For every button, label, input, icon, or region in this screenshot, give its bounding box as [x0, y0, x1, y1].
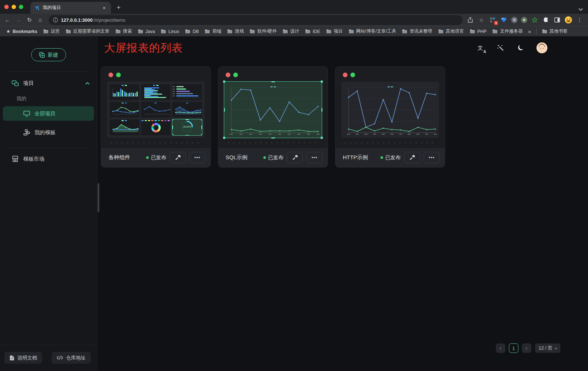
bookmark-folder-item[interactable]: 项目 — [324, 27, 345, 36]
home-icon[interactable]: ⌂ — [36, 15, 45, 25]
minimize-window-button[interactable] — [12, 5, 16, 9]
sidebar-divider — [6, 148, 91, 148]
new-tab-button[interactable]: + — [114, 3, 123, 12]
sidebar-item-all-projects[interactable]: 全部项目 — [3, 106, 94, 121]
bookmark-folder-label: Java — [145, 29, 155, 34]
browser-window: 我的项目 × + ← → ↻ ⌂ 127.0.0.1:3000 /#/proje… — [0, 0, 588, 36]
page-title: 大屏报表的列表 — [104, 41, 476, 55]
forward-icon[interactable]: → — [14, 15, 23, 25]
selection-handle[interactable] — [172, 125, 173, 129]
extension-blocks-icon[interactable]: 9 — [489, 16, 497, 24]
more-options-button[interactable]: ••• — [189, 152, 205, 163]
bookmark-folder-item[interactable]: 游戏 — [225, 27, 246, 36]
selection-handle[interactable] — [271, 137, 275, 139]
zoom-window-button[interactable] — [19, 5, 23, 9]
bookmarks-root[interactable]: ★ Bookmarks — [4, 28, 40, 35]
current-page-button[interactable]: 1 — [509, 343, 518, 353]
scrollbar-thumb[interactable] — [98, 183, 99, 212]
side-panel-icon[interactable] — [553, 16, 561, 24]
project-card[interactable]: HTTP示例 已发布 ••• — [335, 66, 445, 168]
selection-handle[interactable] — [321, 81, 323, 83]
repo-button[interactable]: 仓库地址 — [52, 352, 91, 364]
selection-handle[interactable] — [201, 119, 202, 120]
bookmark-folder-label: 网站/博客/文章/工具 — [356, 28, 396, 34]
share-icon[interactable] — [466, 16, 474, 24]
bookmark-folder-item[interactable]: 搜索 — [113, 27, 135, 36]
sidebar-section-projects[interactable]: 项目 — [0, 72, 97, 87]
extensions-puzzle-icon[interactable] — [542, 16, 550, 24]
dotted-separator — [108, 142, 203, 143]
recorder-extension-icon[interactable] — [521, 17, 527, 23]
tab-close-icon[interactable]: × — [101, 5, 107, 11]
selection-handle[interactable] — [223, 137, 225, 139]
selection-handle[interactable] — [223, 81, 225, 83]
selection-handle[interactable] — [201, 125, 202, 129]
bookmark-folder-item[interactable]: IDE — [303, 27, 323, 36]
sidebar-item-template-market[interactable]: 模板市场 — [3, 152, 94, 166]
bookmark-folder-item[interactable]: 前端 — [202, 27, 224, 36]
chevron-up-icon[interactable] — [85, 82, 90, 85]
command-extension-icon[interactable]: ⌘ — [511, 17, 518, 23]
bookmark-folder-item[interactable]: Linux — [158, 27, 182, 36]
bookmark-folder-item[interactable]: DB — [182, 27, 201, 36]
page-size-select[interactable]: 12 / 页 ▾ — [535, 343, 560, 353]
green-star-extension-icon[interactable] — [531, 16, 539, 24]
dark-mode-moon-icon[interactable] — [516, 43, 526, 53]
bookmark-star-icon[interactable]: ☆ — [477, 16, 485, 24]
project-card[interactable]: 25.00% 各种组件 已发布 ••• — [101, 66, 211, 168]
close-window-button[interactable] — [4, 5, 9, 9]
site-info-icon[interactable] — [53, 17, 58, 22]
next-page-button[interactable]: › — [522, 343, 531, 353]
document-icon — [9, 355, 15, 361]
magic-wand-icon[interactable] — [496, 43, 505, 53]
reload-icon[interactable]: ↻ — [25, 15, 34, 25]
profile-avatar-icon[interactable] — [564, 16, 572, 24]
selection-handle[interactable] — [185, 119, 189, 120]
tab-search-chevron-icon[interactable] — [579, 8, 583, 11]
main-header: 大屏报表的列表 文A — [97, 36, 588, 59]
prev-page-button[interactable]: ‹ — [496, 343, 505, 353]
bookmark-folder-item[interactable]: 软件/硬件 — [247, 27, 279, 36]
edit-project-button[interactable] — [404, 152, 420, 163]
selection-handle[interactable] — [321, 108, 322, 112]
edit-project-button[interactable] — [170, 152, 186, 163]
selection-handle[interactable] — [224, 108, 225, 112]
project-card[interactable]: SQL示例 已发布 ••• — [218, 66, 328, 168]
bookmark-folder-item[interactable]: 运营 — [41, 27, 62, 36]
bookmarks-overflow-chevron[interactable]: » — [526, 29, 533, 34]
selection-handle[interactable] — [271, 81, 275, 82]
new-project-button[interactable]: 新建 — [31, 48, 66, 61]
bookmark-folder-item[interactable]: 设计 — [280, 27, 302, 36]
selection-handle[interactable] — [201, 134, 202, 135]
bookmark-folder-item[interactable]: 其他语言 — [436, 27, 466, 36]
card-traffic-dots — [336, 67, 445, 77]
browser-tab[interactable]: 我的项目 × — [30, 2, 111, 14]
bookmark-folder-item[interactable]: 文件服务器 — [490, 27, 525, 36]
bookmark-folder-item[interactable]: PHP — [467, 27, 489, 36]
browser-menu-icon[interactable]: ⋮ — [576, 16, 584, 24]
bookmark-folder-item[interactable]: 近期需要读的文章 — [63, 27, 112, 36]
selection-handle[interactable] — [172, 134, 173, 135]
mini-chart-grid: 25.00% — [107, 82, 205, 138]
mini-chart-hbars — [141, 84, 171, 100]
bookmark-folder-item[interactable]: 资讯未整理 — [399, 27, 435, 36]
user-avatar[interactable] — [536, 42, 547, 53]
selection-handle[interactable] — [185, 135, 189, 136]
project-thumbnail — [341, 82, 439, 138]
ellipsis-icon: ••• — [429, 155, 435, 160]
docs-button[interactable]: 说明文档 — [4, 352, 42, 364]
language-icon[interactable]: 文A — [476, 43, 485, 53]
sidebar-item-my-templates[interactable]: 我的模板 — [3, 125, 94, 140]
dotted-separator — [343, 142, 437, 143]
more-options-button[interactable]: ••• — [307, 152, 322, 163]
selection-handle[interactable] — [321, 137, 323, 139]
bookmark-folder-item[interactable]: Java — [135, 27, 157, 36]
template-icon — [23, 129, 30, 136]
edit-project-button[interactable] — [287, 152, 303, 163]
more-options-button[interactable]: ••• — [424, 152, 440, 163]
back-icon[interactable]: ← — [3, 15, 12, 25]
address-bar[interactable]: 127.0.0.1:3000 /#/project/items — [49, 15, 462, 25]
gem-icon[interactable] — [500, 16, 508, 24]
bookmark-folder-item[interactable]: 网站/博客/文章/工具 — [346, 27, 399, 36]
other-bookmarks-folder[interactable]: 其他书签 — [539, 27, 570, 36]
